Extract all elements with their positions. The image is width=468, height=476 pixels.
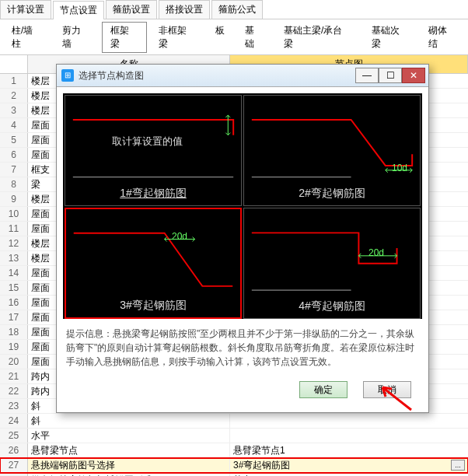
row-number: 9 [0,192,28,206]
cell-name: 斜 [28,414,230,428]
row-number: 5 [0,133,28,147]
top-tab-2[interactable]: 箍筋设置 [106,0,157,19]
diagram-4-caption: 4#弯起钢筋图 [299,299,365,313]
row-number: 23 [0,399,28,413]
diagram-option-4[interactable]: 20d 4#弯起钢筋图 [243,208,421,319]
row-number: 21 [0,369,28,383]
ellipsis-button[interactable]: ... [451,460,465,471]
row-number: 2 [0,89,28,103]
top-tab-3[interactable]: 搭接设置 [159,0,210,19]
cell-name: 水平 [28,429,230,443]
top-tab-bar: 计算设置 节点设置 箍筋设置 搭接设置 箍筋公式 [0,0,468,19]
diagram-4-dim: 20d [368,247,384,258]
cell-name: 悬挑端钢筋图号选择 [28,458,230,472]
sub-tab-5[interactable]: 基础 [236,22,272,53]
cancel-button[interactable]: 取消 [363,381,411,398]
diagram-1-note: 取计算设置的值 [112,135,183,149]
row-number: 22 [0,384,28,398]
row-number: 7 [0,163,28,177]
table-row[interactable]: 26悬臂梁节点悬臂梁节点1 [0,443,468,458]
sub-tab-2[interactable]: 框架梁 [102,22,147,53]
row-number: 18 [0,325,28,339]
cell-img [230,414,468,428]
sub-tab-3[interactable]: 非框架梁 [150,22,204,53]
table-row[interactable]: 27悬挑端钢筋图号选择3#弯起钢筋图... [0,458,468,473]
row-number: 3 [0,103,28,117]
row-number: 14 [0,266,28,280]
table-row[interactable]: 24斜 [0,414,468,429]
cell-img [230,429,468,443]
dialog-titlebar[interactable]: ⊞ 选择节点构造图 — ☐ ✕ [57,65,428,87]
row-number: 16 [0,296,28,310]
row-number: 8 [0,177,28,191]
top-tab-1[interactable]: 节点设置 [53,1,104,19]
sub-tab-6[interactable]: 基础主梁/承台梁 [275,22,360,53]
table-row[interactable]: 25水平 [0,429,468,443]
top-tab-4[interactable]: 箍筋公式 [211,0,263,19]
cell-img: 悬臂梁节点1 [230,443,468,457]
row-number: 10 [0,207,28,221]
row-number: 12 [0,236,28,250]
row-number: 6 [0,148,28,162]
row-number: 17 [0,310,28,324]
row-number: 1 [0,74,28,88]
cell-img: 3#弯起钢筋图... [230,458,468,472]
cell-name: 悬臂梁节点 [28,443,230,457]
diagram-2-caption: 2#弯起钢筋图 [299,187,365,201]
row-number: 13 [0,251,28,265]
dialog-title: 选择节点构造图 [79,69,355,82]
sub-tab-1[interactable]: 剪力墙 [54,22,99,53]
sub-tab-8[interactable]: 砌体结 [420,22,465,53]
sub-tab-4[interactable]: 板 [207,22,233,53]
sub-tab-7[interactable]: 基础次梁 [363,22,417,53]
diagram-option-1[interactable]: 取计算设置的值 1#弯起钢筋图 [65,95,242,206]
cell-name: 纵向钢筋弯钩与机械锚固形式 [28,473,230,476]
diagram-1-caption: 1#弯起钢筋图 [120,187,187,201]
row-number: 25 [0,429,28,443]
minimize-button[interactable]: — [355,68,379,83]
sub-tab-bar: 柱/墙柱 剪力墙 框架梁 非框架梁 板 基础 基础主梁/承台梁 基础次梁 砌体结 [0,19,468,55]
diagram-3-caption: 3#弯起钢筋图 [120,299,187,313]
cell-img: 节点5 [230,473,468,476]
row-number: 4 [0,118,28,132]
diagram-grid: 取计算设置的值 1#弯起钢筋图 10d 2#弯起钢筋图 20d 3#弯起钢筋图 … [63,93,422,319]
ok-button[interactable]: 确定 [299,381,348,398]
diagram-3-dim: 20d [172,231,187,242]
top-tab-0[interactable]: 计算设置 [0,0,51,19]
maximize-button[interactable]: ☐ [379,68,402,83]
sub-tab-0[interactable]: 柱/墙柱 [3,22,51,53]
row-number: 15 [0,281,28,295]
row-number: 19 [0,340,28,354]
table-row[interactable]: 28纵向钢筋弯钩与机械锚固形式节点5 [0,473,468,476]
diagram-option-2[interactable]: 10d 2#弯起钢筋图 [243,95,421,206]
row-number: 27 [0,458,28,472]
app-icon: ⊞ [61,69,74,82]
hint-text: 提示信息：悬挑梁弯起钢筋按照"至少两根且并不少于第一排纵筋的二分之一，其余纵筋弯… [66,327,419,369]
row-number: 28 [0,473,28,476]
close-button[interactable]: ✕ [402,68,425,83]
row-number: 11 [0,222,28,236]
row-number: 24 [0,414,28,428]
row-number: 20 [0,355,28,369]
dialog-select-node: ⊞ 选择节点构造图 — ☐ ✕ 取计算设置的值 1#弯起钢筋图 10d 2#弯起… [56,64,429,413]
row-number: 26 [0,443,28,457]
diagram-2-dim: 10d [392,163,407,173]
diagram-option-3[interactable]: 20d 3#弯起钢筋图 [65,208,242,319]
